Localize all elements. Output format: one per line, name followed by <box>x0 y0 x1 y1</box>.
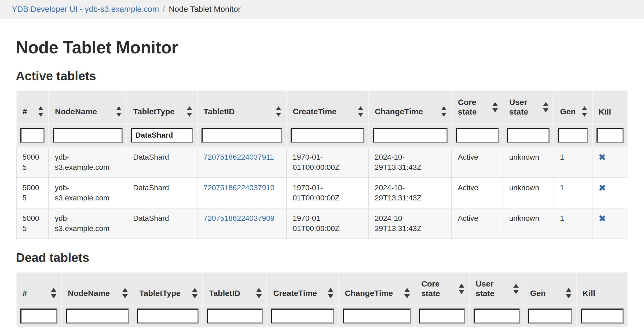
column-header-gen[interactable]: Gen <box>554 91 592 124</box>
kill-button[interactable]: ✖ <box>598 213 606 226</box>
cell-nodename: ydb-s3.example.com <box>49 208 127 239</box>
column-header-createtime[interactable]: CreateTime <box>267 272 339 305</box>
filter-gen-input[interactable] <box>558 128 588 143</box>
filter-changetime-input[interactable] <box>373 128 448 143</box>
active-tablets-table: # NodeName TabletType TabletID CreateTim… <box>16 90 628 239</box>
sort-icon <box>256 288 262 298</box>
page-title: Node Tablet Monitor <box>16 38 628 57</box>
tablet-id-link[interactable]: 72075186224037911 <box>203 153 274 161</box>
cell-createtime: 1970-01-01T00:00:00Z <box>287 208 368 239</box>
breadcrumb-current: Node Tablet Monitor <box>169 5 241 13</box>
breadcrumb-separator: / <box>159 5 169 13</box>
cell-gen: 1 <box>554 178 592 208</box>
column-header-tabletid[interactable]: TabletID <box>197 91 287 124</box>
filter-nodename-input[interactable] <box>53 128 123 143</box>
cell-num: 50005 <box>16 178 49 208</box>
breadcrumb-root-link[interactable]: YDB Developer UI - ydb-s3.example.com <box>12 5 159 13</box>
cell-corestate: Active <box>452 178 503 208</box>
filter-corestate-input[interactable] <box>419 309 465 324</box>
breadcrumb: YDB Developer UI - ydb-s3.example.com/No… <box>0 0 644 19</box>
cell-kill: ✖ <box>592 178 628 208</box>
sort-icon <box>328 288 333 298</box>
kill-icon: ✖ <box>598 213 606 224</box>
filter-userstate-input[interactable] <box>474 309 520 324</box>
sort-icon <box>122 288 128 298</box>
sort-icon <box>543 102 548 112</box>
filter-kill-input[interactable] <box>581 309 624 324</box>
column-header-nodename[interactable]: NodeName <box>49 91 127 124</box>
filter-tablettype-input[interactable] <box>131 128 193 143</box>
column-header-nodename[interactable]: NodeName <box>61 272 133 305</box>
active-filter-row <box>16 124 628 147</box>
sort-icon <box>513 284 519 294</box>
table-row: 50005 ydb-s3.example.com DataShard 72075… <box>16 178 628 208</box>
page: YDB Developer UI - ydb-s3.example.com/No… <box>0 0 644 330</box>
sort-icon <box>358 106 363 117</box>
tablet-id-link[interactable]: 72075186224037909 <box>203 214 275 222</box>
filter-changetime-input[interactable] <box>343 309 411 324</box>
cell-kill: ✖ <box>592 147 628 178</box>
column-header-createtime[interactable]: CreateTime <box>287 91 368 124</box>
kill-icon: ✖ <box>598 152 606 163</box>
cell-num: 50005 <box>16 147 49 178</box>
filter-createtime-input[interactable] <box>271 309 334 324</box>
filter-userstate-input[interactable] <box>507 128 550 143</box>
cell-kill: ✖ <box>592 208 628 239</box>
table-row: 50005 ydb-s3.example.com DataShard 72075… <box>16 147 628 178</box>
column-header-userstate[interactable]: User state <box>469 272 524 305</box>
filter-num-input[interactable] <box>20 128 45 143</box>
column-header-tablettype[interactable]: TabletType <box>133 272 203 305</box>
sort-icon <box>441 106 447 117</box>
column-header-tabletid[interactable]: TabletID <box>203 272 267 305</box>
cell-tabletid: 72075186224037910 <box>197 178 287 208</box>
filter-num-input[interactable] <box>20 309 57 324</box>
cell-changetime: 2024-10-29T13:31:43Z <box>368 208 452 239</box>
column-header-userstate[interactable]: User state <box>503 91 554 124</box>
kill-button[interactable]: ✖ <box>598 183 606 195</box>
column-header-corestate[interactable]: Core state <box>452 91 503 124</box>
sort-icon <box>404 288 410 298</box>
filter-nodename-input[interactable] <box>66 309 129 324</box>
dead-tablets-heading: Dead tablets <box>16 250 628 265</box>
cell-gen: 1 <box>554 147 592 178</box>
cell-tablettype: DataShard <box>127 208 197 239</box>
cell-createtime: 1970-01-01T00:00:00Z <box>287 178 368 208</box>
column-header-corestate[interactable]: Core state <box>415 272 469 305</box>
column-header-kill: Kill <box>592 91 628 124</box>
active-header-row: # NodeName TabletType TabletID CreateTim… <box>16 91 628 124</box>
table-row: 50005 ydb-s3.example.com DataShard 72075… <box>16 208 628 239</box>
filter-tabletid-input[interactable] <box>202 128 283 143</box>
tablet-id-link[interactable]: 72075186224037910 <box>203 184 275 192</box>
filter-corestate-input[interactable] <box>456 128 499 143</box>
cell-corestate: Active <box>452 147 503 178</box>
column-header-changetime[interactable]: ChangeTime <box>339 272 415 305</box>
cell-nodename: ydb-s3.example.com <box>49 147 127 178</box>
sort-icon <box>492 102 498 112</box>
filter-kill-input[interactable] <box>597 128 624 143</box>
filter-gen-input[interactable] <box>528 309 572 324</box>
column-header-changetime[interactable]: ChangeTime <box>368 91 452 124</box>
column-header-gen[interactable]: Gen <box>524 272 576 305</box>
cell-changetime: 2024-10-29T13:31:43Z <box>368 178 452 208</box>
cell-nodename: ydb-s3.example.com <box>49 178 127 208</box>
filter-createtime-input[interactable] <box>291 128 364 143</box>
dead-tablets-table: # NodeName TabletType TabletID CreateTim… <box>16 272 628 327</box>
filter-tabletid-input[interactable] <box>207 309 263 324</box>
kill-icon: ✖ <box>598 182 606 193</box>
cell-changetime: 2024-10-29T13:31:43Z <box>368 147 452 178</box>
column-header-num[interactable]: # <box>16 91 49 124</box>
filter-tablettype-input[interactable] <box>137 309 199 324</box>
column-header-kill: Kill <box>576 272 628 305</box>
cell-num: 50005 <box>16 208 49 239</box>
kill-button[interactable]: ✖ <box>598 152 606 164</box>
sort-icon <box>51 288 56 298</box>
cell-tabletid: 72075186224037909 <box>197 208 287 239</box>
cell-gen: 1 <box>554 208 592 239</box>
column-header-tablettype[interactable]: TabletType <box>127 91 197 124</box>
column-header-num[interactable]: # <box>16 272 62 305</box>
sort-icon <box>582 106 587 117</box>
cell-userstate: unknown <box>503 208 554 239</box>
sort-icon <box>187 106 192 117</box>
sort-icon <box>276 106 281 117</box>
sort-icon <box>459 284 464 294</box>
